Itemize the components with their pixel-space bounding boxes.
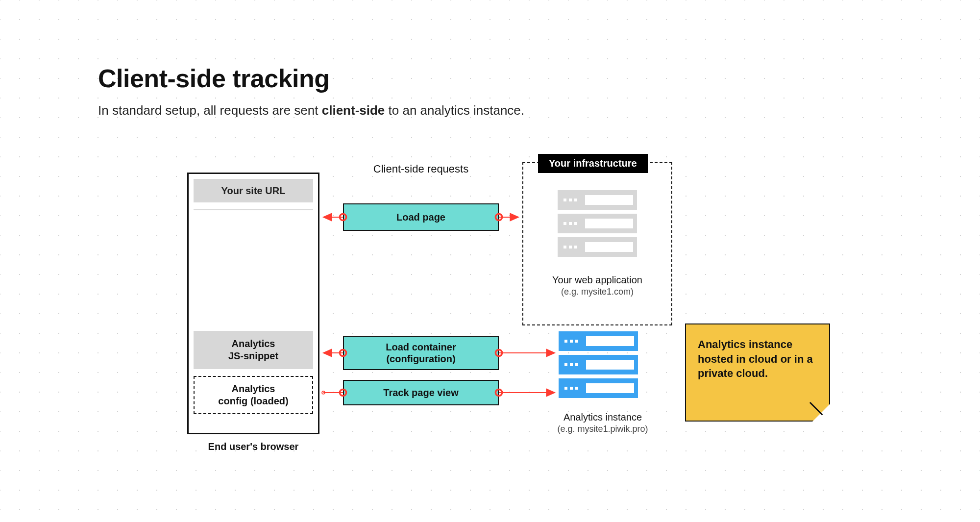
client-side-requests-label: Client-side requests xyxy=(343,163,499,175)
analytics-caption: Analytics instance (e.g. mysite1.piwik.p… xyxy=(539,412,666,434)
request-track-label: Track page view xyxy=(383,387,458,398)
analytics-config-loaded-box: Analytics config (loaded) xyxy=(194,376,313,414)
analytics-js-snippet-box: Analytics JS-snippet xyxy=(194,331,313,369)
browser-url-divider xyxy=(194,209,313,210)
infrastructure-caption: Your web application (e.g. mysite1.com) xyxy=(522,274,672,297)
request-load-container-line2: (configuration) xyxy=(386,353,455,365)
end-user-browser-box: Your site URL Analytics JS-snippet Analy… xyxy=(187,173,319,434)
infra-caption-line2: (e.g. mysite1.com) xyxy=(522,287,672,297)
infrastructure-tab: Your infrastructure xyxy=(538,154,648,173)
subtitle-bold: client-side xyxy=(322,103,385,118)
request-track-page-view: Track page view xyxy=(343,380,499,405)
subtitle-pre: In standard setup, all requests are sent xyxy=(98,103,322,118)
config-line2: config (loaded) xyxy=(218,395,288,407)
infra-caption-line1: Your web application xyxy=(522,274,672,286)
snippet-line2: JS-snippet xyxy=(228,350,278,362)
diagram-subtitle: In standard setup, all requests are sent… xyxy=(98,103,524,118)
request-load-page: Load page xyxy=(343,203,499,231)
sticky-note-text: Analytics instance hosted in cloud or in… xyxy=(698,338,813,379)
analytics-caption-line2: (e.g. mysite1.piwik.pro) xyxy=(539,424,666,434)
svg-point-6 xyxy=(322,391,325,394)
browser-url-bar: Your site URL xyxy=(194,179,313,202)
request-load-container: Load container (configuration) xyxy=(343,336,499,370)
browser-caption: End user's browser xyxy=(187,441,319,452)
diagram-title: Client-side tracking xyxy=(98,64,330,93)
subtitle-post: to an analytics instance. xyxy=(385,103,524,118)
request-load-container-line1: Load container xyxy=(386,341,456,353)
sticky-note: Analytics instance hosted in cloud or in… xyxy=(685,323,830,422)
config-line1: Analytics xyxy=(232,383,275,395)
snippet-line1: Analytics xyxy=(232,338,275,350)
web-app-server-icon xyxy=(558,190,637,257)
sticky-note-fold-line xyxy=(811,403,829,421)
analytics-caption-line1: Analytics instance xyxy=(539,412,666,423)
request-load-page-label: Load page xyxy=(396,211,445,223)
analytics-server-icon xyxy=(559,331,638,398)
